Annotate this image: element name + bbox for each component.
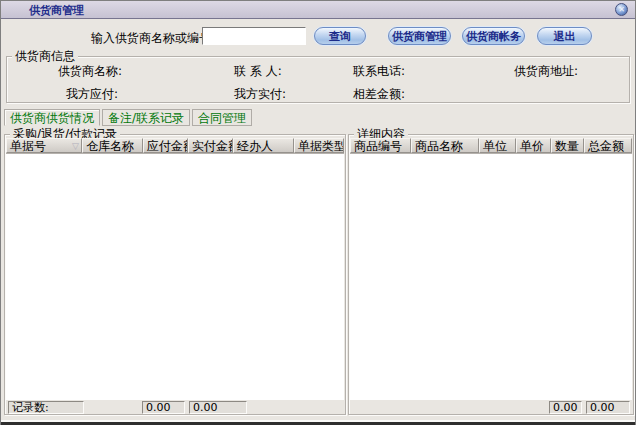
column-header-document-no[interactable]: 单据号 ▽: [6, 138, 82, 153]
exit-button[interactable]: 退出: [537, 27, 592, 45]
supplier-address-label: 供货商地址:: [514, 63, 578, 80]
window-bottom-edge: [1, 420, 635, 425]
column-header-quantity[interactable]: 数量: [551, 138, 584, 153]
records-table-body: [6, 153, 344, 400]
supplier-name-label: 供货商名称:: [58, 63, 122, 80]
column-header-unit[interactable]: 单位: [479, 138, 516, 153]
our-paid-label: 我方实付:: [234, 86, 286, 103]
amount-total-box: 0.00: [586, 401, 630, 414]
tab-notes-contacts[interactable]: 备注/联系记录: [102, 109, 190, 126]
payable-total-box: 0.00: [142, 401, 185, 414]
column-header-total-amount[interactable]: 总金额: [584, 138, 632, 153]
query-button[interactable]: 查询: [314, 27, 366, 45]
difference-label: 相差金额:: [353, 86, 405, 103]
tab-supply-status[interactable]: 供货商供货情况: [4, 109, 100, 126]
contact-phone-label: 联系电话:: [353, 63, 405, 80]
column-header-handler[interactable]: 经办人: [233, 138, 294, 153]
search-label: 输入供货商名称或编号:: [91, 30, 215, 47]
window-title: 供货商管理: [29, 3, 84, 18]
record-count-box: 记录数:: [8, 401, 84, 414]
supplier-search-input[interactable]: [202, 27, 306, 45]
column-header-product-name[interactable]: 商品名称: [411, 138, 479, 153]
sort-descending-icon: ▽: [72, 140, 79, 152]
paid-total-box: 0.00: [189, 401, 247, 414]
column-header-doc-type[interactable]: 单据类型: [294, 138, 344, 153]
column-header-warehouse[interactable]: 仓库名称: [82, 138, 143, 153]
column-header-payable[interactable]: 应付金额: [143, 138, 188, 153]
column-header-unit-price[interactable]: 单价: [516, 138, 551, 153]
supplier-manage-button[interactable]: 供货商管理: [388, 27, 451, 45]
close-icon: ✕: [616, 4, 627, 15]
contact-person-label: 联 系 人:: [234, 63, 282, 80]
supplier-info-title: 供货商信息: [12, 50, 78, 63]
quantity-total-box: 0.00: [549, 401, 582, 414]
detail-table-body: [350, 153, 632, 400]
our-payable-label: 我方应付:: [66, 86, 118, 103]
title-bar: 供货商管理 ✕: [1, 1, 635, 19]
column-header-product-no[interactable]: 商品编号: [350, 138, 411, 153]
tab-strip: 供货商供货情况 备注/联系记录 合同管理: [4, 109, 252, 126]
tab-contract-manage[interactable]: 合同管理: [192, 109, 252, 126]
supplier-accounts-button[interactable]: 供货商帐务: [462, 27, 525, 45]
supplier-management-window: 供货商管理 ✕ 输入供货商名称或编号: 查询 供货商管理 供货商帐务 退出 供货…: [0, 0, 636, 425]
column-header-paid[interactable]: 实付金额: [188, 138, 233, 153]
close-button[interactable]: ✕: [615, 3, 628, 16]
